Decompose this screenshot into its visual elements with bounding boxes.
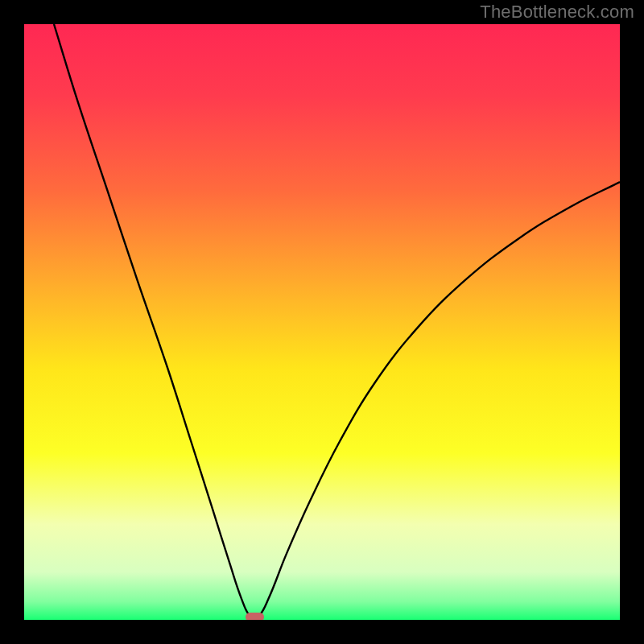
bottleneck-curve — [54, 24, 620, 618]
chart-frame: TheBottleneck.com — [0, 0, 644, 644]
curve-layer — [24, 24, 620, 620]
watermark-text: TheBottleneck.com — [480, 2, 634, 23]
plot-area — [24, 24, 620, 620]
optimal-range-marker — [246, 613, 265, 620]
